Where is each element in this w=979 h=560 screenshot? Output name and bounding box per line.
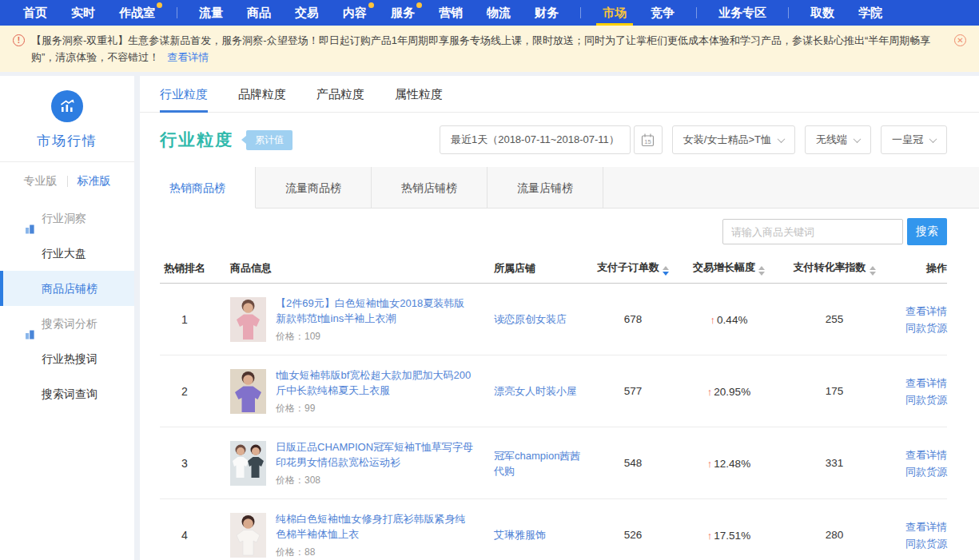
subtab-hot-shops[interactable]: 热销店铺榜 bbox=[372, 167, 488, 209]
sort-icon[interactable] bbox=[758, 266, 765, 276]
table-header: 热销排名 商品信息 所属店铺 支付子订单数 交易增长幅度 支付转化率指数 操作 bbox=[160, 253, 947, 284]
sidebar-item-search-word-query[interactable]: 搜索词查询 bbox=[0, 376, 134, 411]
shop-link[interactable]: 漂亮女人时装小屋 bbox=[494, 385, 577, 397]
product-cell: 【2件69元】白色短袖t恤女2018夏装韩版新款韩范t恤ins半袖上衣潮 价格：… bbox=[209, 296, 494, 344]
shop-link[interactable]: 冠军champion茜茜代购 bbox=[494, 450, 580, 477]
terminal-dropdown[interactable]: 无线端 bbox=[805, 125, 871, 154]
col-header-conversion-index[interactable]: 支付转化率指数 bbox=[782, 260, 887, 276]
product-image[interactable] bbox=[230, 297, 266, 342]
nav-item-logistics[interactable]: 物流 bbox=[480, 0, 517, 26]
calendar-icon[interactable]: 15 bbox=[634, 125, 663, 154]
orders-cell: 548 bbox=[590, 457, 676, 469]
subtab-traffic-shops[interactable]: 流量店铺榜 bbox=[488, 167, 603, 209]
table-row: 2 t恤女短袖韩版bf宽松超大款加肥加大码200斤中长款纯棉夏天上衣服 价格：9… bbox=[160, 355, 947, 427]
tab-brand-granularity[interactable]: 品牌粒度 bbox=[238, 76, 286, 113]
actions-cell: 查看详情 同款货源 bbox=[887, 518, 947, 552]
nav-item-finance[interactable]: 财务 bbox=[528, 0, 565, 26]
product-title-link[interactable]: t恤女短袖韩版bf宽松超大款加肥加大码200斤中长款纯棉夏天上衣服 bbox=[276, 367, 474, 398]
nav-item-products[interactable]: 商品 bbox=[241, 0, 277, 26]
rank-cell: 3 bbox=[160, 457, 209, 470]
product-cell: 纯棉白色短袖t恤女修身打底衫韩版紧身纯色棉半袖体恤上衣 价格：88 bbox=[209, 511, 494, 559]
shop-link[interactable]: 读恋原创女装店 bbox=[494, 313, 567, 325]
nav-item-services[interactable]: 服务 bbox=[384, 0, 421, 26]
shop-link[interactable]: 艾琳雅服饰 bbox=[494, 529, 546, 541]
product-image[interactable] bbox=[230, 513, 266, 558]
category-dropdown[interactable]: 女装/女士精品>T恤 bbox=[672, 125, 795, 154]
nav-item-war-room[interactable]: 作战室 bbox=[113, 0, 161, 26]
nav-item-academy[interactable]: 学院 bbox=[852, 0, 889, 26]
sidebar-item-hot-search-words[interactable]: 行业热搜词 bbox=[0, 341, 134, 376]
chevron-down-icon bbox=[854, 135, 862, 143]
col-header-rank: 热销排名 bbox=[160, 261, 209, 276]
version-standard[interactable]: 标准版 bbox=[78, 174, 111, 189]
view-detail-link[interactable]: 查看详情 bbox=[887, 447, 947, 463]
col-header-actions: 操作 bbox=[887, 261, 947, 276]
subtab-traffic-products[interactable]: 流量商品榜 bbox=[256, 167, 372, 209]
nav-item-traffic[interactable]: 流量 bbox=[193, 0, 229, 26]
product-title-link[interactable]: 日版正品CHAMPION冠军短袖T恤草写字母印花男女情侣款宽松运动衫 bbox=[276, 439, 474, 470]
sort-icon[interactable] bbox=[663, 266, 669, 276]
svg-text:15: 15 bbox=[645, 138, 651, 145]
nav-item-data-extract[interactable]: 取数 bbox=[804, 0, 841, 26]
market-chart-icon bbox=[51, 90, 83, 122]
rank-cell: 2 bbox=[160, 385, 209, 398]
shop-level-dropdown[interactable]: 一皇冠 bbox=[881, 125, 947, 154]
nav-item-business-zone[interactable]: 业务专区 bbox=[712, 0, 773, 26]
nav-item-competition[interactable]: 竞争 bbox=[644, 0, 681, 26]
col-header-growth[interactable]: 交易增长幅度 bbox=[676, 260, 782, 276]
banner-detail-link[interactable]: 查看详情 bbox=[167, 51, 209, 63]
ranking-subtabs: 热销商品榜 流量商品榜 热销店铺榜 流量店铺榜 bbox=[140, 167, 979, 209]
product-image[interactable] bbox=[230, 441, 266, 486]
growth-up-icon: ↑ bbox=[707, 386, 713, 398]
growth-cell: ↑12.48% bbox=[676, 456, 782, 471]
product-title-link[interactable]: 【2件69元】白色短袖t恤女2018夏装韩版新款韩范t恤ins半袖上衣潮 bbox=[276, 296, 474, 326]
actions-cell: 查看详情 同款货源 bbox=[887, 447, 947, 480]
close-icon[interactable]: ✕ bbox=[954, 34, 966, 46]
same-source-link[interactable]: 同款货源 bbox=[887, 391, 947, 408]
date-range-picker[interactable]: 最近1天（2018-07-11~2018-07-11） bbox=[440, 125, 631, 154]
nav-item-realtime[interactable]: 实时 bbox=[65, 0, 101, 26]
col-header-shop: 所属店铺 bbox=[494, 261, 590, 276]
view-detail-link[interactable]: 查看详情 bbox=[887, 375, 947, 391]
chevron-down-icon bbox=[929, 135, 937, 143]
sidebar-header: 市场行情 bbox=[0, 76, 134, 162]
search-row: 搜索 bbox=[140, 209, 979, 253]
search-input[interactable] bbox=[722, 219, 903, 244]
nav-divider bbox=[580, 7, 581, 18]
sidebar-item-industry-overview[interactable]: 行业大盘 bbox=[0, 236, 134, 271]
view-detail-link[interactable]: 查看详情 bbox=[887, 303, 947, 320]
col-header-orders[interactable]: 支付子订单数 bbox=[590, 260, 676, 276]
product-cell: 日版正品CHAMPION冠军短袖T恤草写字母印花男女情侣款宽松运动衫 价格：30… bbox=[209, 439, 494, 487]
nav-divider bbox=[788, 7, 789, 18]
orders-cell: 526 bbox=[590, 529, 676, 541]
view-detail-link[interactable]: 查看详情 bbox=[887, 518, 947, 535]
nav-item-home[interactable]: 首页 bbox=[17, 0, 54, 26]
tab-attribute-granularity[interactable]: 属性粒度 bbox=[395, 76, 443, 113]
tab-product-granularity[interactable]: 产品粒度 bbox=[316, 76, 364, 113]
same-source-link[interactable]: 同款货源 bbox=[887, 535, 947, 552]
sidebar: 市场行情 专业版 标准版 行业洞察 行业大盘 商品店铺榜 搜索词分析 行业热搜词 bbox=[0, 76, 134, 560]
same-source-link[interactable]: 同款货源 bbox=[887, 463, 947, 480]
growth-cell: ↑0.44% bbox=[676, 312, 782, 327]
subtab-hot-products[interactable]: 热销商品榜 bbox=[140, 167, 256, 209]
nav-divider bbox=[177, 7, 177, 18]
product-image[interactable] bbox=[230, 369, 266, 414]
tab-industry-granularity[interactable]: 行业粒度 bbox=[160, 76, 208, 113]
sidebar-item-search-word-analysis[interactable]: 搜索词分析 bbox=[0, 306, 134, 341]
nav-item-content[interactable]: 内容 bbox=[336, 0, 373, 26]
version-toggle: 专业版 标准版 bbox=[0, 162, 134, 201]
table-row: 4 纯棉白色短袖t恤女修身打底衫韩版紧身纯色棉半袖体恤上衣 价格：88 艾琳雅服… bbox=[160, 499, 947, 560]
sidebar-item-product-shop-ranking[interactable]: 商品店铺榜 bbox=[0, 271, 134, 306]
table-row: 3 日版正品CHAMPION冠军短袖T恤草写字母印花男女情侣款宽松运动衫 价格：… bbox=[160, 427, 947, 499]
promo-banner: ! 【服务洞察-双重礼】生意参谋新品首发，服务洞察-众望登场！即日起订购产品1年… bbox=[0, 26, 979, 72]
sort-icon[interactable] bbox=[870, 266, 876, 276]
product-title-link[interactable]: 纯棉白色短袖t恤女修身打底衫韩版紧身纯色棉半袖体恤上衣 bbox=[276, 511, 474, 542]
nav-item-market[interactable]: 市场 bbox=[596, 0, 633, 26]
growth-cell: ↑20.95% bbox=[676, 384, 782, 399]
nav-item-marketing[interactable]: 营销 bbox=[432, 0, 469, 26]
same-source-link[interactable]: 同款货源 bbox=[887, 320, 947, 336]
version-pro[interactable]: 专业版 bbox=[24, 174, 58, 189]
nav-item-transactions[interactable]: 交易 bbox=[289, 0, 325, 26]
search-button[interactable]: 搜索 bbox=[907, 218, 947, 245]
sidebar-item-industry-insight[interactable]: 行业洞察 bbox=[0, 201, 134, 236]
